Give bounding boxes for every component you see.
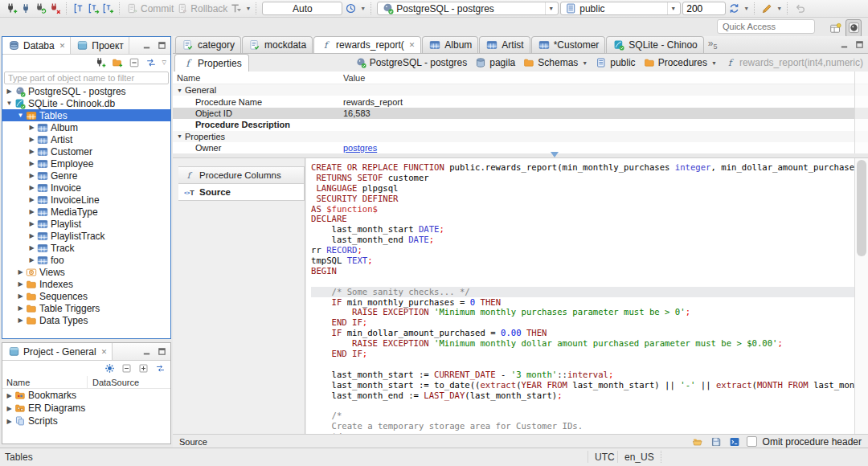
collapse-arrow-icon[interactable]: ▼ [177,88,182,93]
expand-arrow-icon[interactable]: ▶ [27,124,36,131]
refresh-button[interactable]: ▼ [727,2,749,15]
project-item-scripts[interactable]: ▶Scripts [2,415,170,427]
expand-all-icon[interactable] [137,362,149,375]
connection-select[interactable]: PostgreSQL - postgres ▼ [377,2,559,15]
edit-button[interactable]: ▼ [760,2,782,15]
expand-arrow-icon[interactable]: ▶ [27,136,36,143]
tab-project-general[interactable]: Project - General ✕ [2,343,113,360]
code-scrollbar[interactable] [854,158,868,434]
tree-item-sequences[interactable]: ▶Sequences [2,290,170,302]
tree-item-foo[interactable]: ▶foo [2,254,170,266]
expand-arrow-icon[interactable]: ▶ [27,232,36,239]
expand-arrow-icon[interactable]: ▶ [5,405,14,412]
status-timezone[interactable]: UTC [588,451,621,463]
open-perspective-icon[interactable] [829,22,841,35]
editor-tab-artist[interactable]: Artist [479,36,530,53]
view-menu-icon[interactable]: ▽ [162,59,166,66]
dbeaver-perspective-button[interactable] [845,19,862,38]
open-sql-script-icon[interactable] [87,2,100,15]
expand-arrow-icon[interactable]: ▶ [16,268,25,276]
minimize-icon[interactable] [837,39,850,51]
source-code-editor[interactable]: CREATE OR REPLACE FUNCTION public.reward… [306,158,855,434]
editor-tab-sqlite-chinoo[interactable]: SQLite - Chinoo [606,36,703,53]
new-sql-editor-icon[interactable] [101,2,114,15]
property-row-object-id[interactable]: Object ID16,583 [173,108,868,119]
tree-item-employee[interactable]: ▶Employee [2,157,170,170]
tree-item-album[interactable]: ▶Album [2,121,170,133]
expand-arrow-icon[interactable]: ▶ [27,256,36,264]
tree-item-playlisttrack[interactable]: ▶PlaylistTrack [2,230,170,242]
expand-arrow-icon[interactable]: ▶ [16,292,25,300]
tab-projects[interactable]: Проект [71,37,129,54]
sql-editor-icon[interactable] [72,2,85,15]
minimize-icon[interactable] [140,345,153,358]
property-row-general[interactable]: ▼General [173,84,868,96]
tree-item-customer[interactable]: ▶Customer [2,145,170,157]
tree-item-invoiceline[interactable]: ▶InvoiceLine [2,194,170,206]
load-from-file-icon[interactable] [691,435,704,448]
expand-arrow-icon[interactable]: ▶ [27,172,36,179]
breadcrumb-item-pagila[interactable]: pagila [474,56,515,69]
maximize-icon[interactable] [853,39,866,51]
transaction-mode-select[interactable]: Auto [262,2,342,15]
column-header-name[interactable]: Name [2,378,87,387]
collapse-arrow-icon[interactable]: ▼ [5,100,14,107]
open-in-sql-console-icon[interactable] [728,435,741,448]
expand-arrow-icon[interactable]: ▶ [27,184,36,191]
tab-overflow-indicator[interactable]: »5 [708,38,718,51]
query-history-button[interactable]: ▼ [344,2,366,15]
tab-properties[interactable]: f Properties [174,54,249,72]
breadcrumb-item-procedures[interactable]: Procedures▼ [643,56,717,69]
chevron-down-icon[interactable]: ▼ [711,60,717,66]
connect-icon[interactable] [19,2,32,15]
tab-database-navigator[interactable]: Databa ✕ [2,37,71,54]
editor-tab-category[interactable]: category [175,36,241,53]
close-icon[interactable]: ✕ [101,348,108,356]
editor-tab-customer[interactable]: *Customer [531,36,606,53]
editor-tab-mockdata[interactable]: mockdata [242,36,313,53]
tree-item-table-triggers[interactable]: ▶Table Triggers [2,302,170,314]
section-button-source[interactable]: <>TSource [178,183,305,201]
expand-arrow-icon[interactable]: ▶ [16,305,25,312]
editor-tab-rewards-report[interactable]: frewards_report(✕ [313,36,421,53]
expand-arrow-icon[interactable]: ▶ [27,208,36,215]
status-locale[interactable]: en_US [617,451,661,463]
reconnect-icon[interactable] [34,2,47,15]
chevron-down-icon[interactable]: ▼ [667,2,678,14]
quick-access-input[interactable] [717,19,815,34]
minimize-icon[interactable] [140,39,153,52]
undo-icon[interactable] [793,2,806,15]
property-value[interactable]: postgres [343,143,868,153]
disconnect-icon[interactable] [48,2,61,15]
object-filter-input[interactable] [4,72,169,84]
column-header-name[interactable]: Name [173,73,343,83]
tree-item-data-types[interactable]: ▶Data Types [2,314,170,326]
close-icon[interactable]: ✕ [409,41,416,49]
breadcrumb-item-schemas[interactable]: Schemas▼ [522,56,588,69]
breadcrumb-item-rewards-report-int4-numeric[interactable]: frewards_report(int4,numeric) [724,56,863,69]
commit-button[interactable]: Commit [125,2,174,15]
tree-item-invoice[interactable]: ▶Invoice [2,182,170,194]
tree-item-tables[interactable]: ▼Tables [2,109,170,121]
expand-arrow-icon[interactable]: ▶ [27,220,36,227]
breadcrumb-item-public[interactable]: public [595,56,635,69]
new-connection-icon[interactable] [94,56,107,69]
project-item-er-diagrams[interactable]: ▶ER Diagrams [2,402,170,415]
collapse-all-icon[interactable] [120,362,133,375]
property-row-procedure-name[interactable]: Procedure Namerewards_report [173,96,868,107]
expand-arrow-icon[interactable]: ▶ [27,244,36,251]
sash-collapse-icon[interactable] [549,149,560,157]
tree-item-mediatype[interactable]: ▶MediaType [2,206,170,218]
maximize-icon[interactable] [155,345,168,358]
expand-arrow-icon[interactable]: ▶ [27,160,36,167]
collapse-all-icon[interactable] [128,56,141,69]
schema-select[interactable]: public ▼ [560,2,681,15]
collapse-arrow-icon[interactable]: ▼ [16,112,25,119]
property-row-procedure-description[interactable]: Procedure Description [173,119,868,130]
chevron-down-icon[interactable]: ▼ [545,2,556,14]
link-with-editor-icon[interactable] [145,56,158,69]
new-folder-icon[interactable] [111,56,124,69]
expand-arrow-icon[interactable]: ▶ [5,88,14,95]
expand-arrow-icon[interactable]: ▶ [16,317,25,324]
resultset-size-input[interactable] [682,2,726,15]
